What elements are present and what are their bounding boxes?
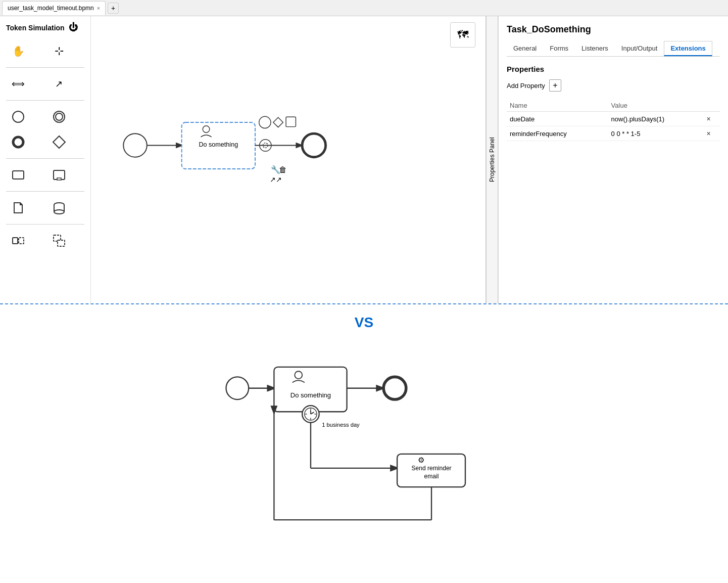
prop-name-1: reminderFrequency [507, 126, 608, 141]
ctx-circle[interactable] [259, 116, 271, 128]
canvas-area[interactable]: 🗺 Do something [91, 16, 486, 303]
svg-point-0 [13, 111, 24, 122]
ctx-square[interactable] [286, 117, 296, 126]
select-tool[interactable]: ⊹ [47, 40, 71, 62]
table-row: dueDate now().plusDays(1) × [507, 112, 720, 126]
doc-tool[interactable] [6, 197, 30, 219]
hand-tool[interactable]: ✋ [6, 40, 30, 62]
tab-listeners[interactable]: Listeners [575, 41, 615, 56]
tab-bar: user_task_model_timeout.bpmn × + [0, 0, 728, 16]
svg-marker-4 [53, 136, 65, 148]
tab-add-btn[interactable]: + [108, 3, 119, 14]
token-simulation-header: Token Simulation ⏻ [6, 22, 84, 33]
table-row: reminderFrequency 0 0 * * 1-5 × [507, 126, 720, 141]
circle-thick-tool[interactable] [6, 131, 30, 153]
toolbar: Token Simulation ⏻ ✋ ⊹ ⟺ ↗ [0, 16, 91, 303]
prop-delete-0[interactable]: × [707, 115, 711, 123]
bottom-start-event [226, 377, 249, 399]
tab-label: user_task_model_timeout.bpmn [8, 5, 94, 12]
tab-general[interactable]: General [507, 41, 543, 56]
bpmn-diagram-top: Do something 🔧 🗑 ↗↗ [96, 36, 414, 269]
tool-divider-3 [6, 158, 84, 159]
vs-label: VS [355, 315, 373, 331]
prop-value-0: now().plusDays(1) [608, 112, 704, 126]
props-tabs: General Forms Listeners Input/Output Ext… [507, 41, 720, 57]
rect-tool[interactable] [6, 164, 30, 186]
col-header-value: Value [608, 100, 704, 112]
cylinder-tool[interactable] [47, 197, 71, 219]
tab-forms[interactable]: Forms [543, 41, 575, 56]
svg-rect-7 [57, 178, 61, 180]
tool-grid: ✋ ⊹ ⟺ ↗ [6, 40, 84, 252]
prop-delete-1[interactable]: × [707, 129, 711, 138]
bpmn-bottom-container: Do something 1 business day [10, 346, 718, 548]
svg-rect-16 [58, 240, 65, 246]
properties-panel: Properties Panel Task_DoSomething Genera… [486, 16, 728, 303]
tab-inputoutput[interactable]: Input/Output [615, 41, 664, 56]
svg-point-12 [54, 210, 64, 214]
properties-panel-content: Task_DoSomething General Forms Listeners… [498, 16, 728, 303]
ctx-trash[interactable]: 🗑 [279, 165, 287, 174]
tool-divider-5 [6, 224, 84, 225]
reminder-task-icon: ⚙ [418, 456, 424, 464]
arrow-tool[interactable]: ↗ [47, 73, 71, 95]
bottom-end-event [383, 377, 406, 399]
start-event[interactable] [123, 133, 147, 157]
token-sim-label: Token Simulation [6, 24, 65, 32]
rect-sub-tool[interactable] [47, 164, 71, 186]
bottom-task-rect [274, 367, 347, 412]
add-property-label: Add Property [507, 82, 545, 89]
diamond-tool[interactable] [47, 131, 71, 153]
ctx-arrows[interactable]: ↗↗ [270, 176, 282, 184]
task-label: Do something [199, 141, 238, 148]
svg-rect-5 [13, 171, 24, 179]
tab-extensions[interactable]: Extensions [664, 41, 712, 56]
prop-name-0: dueDate [507, 112, 608, 126]
end-event[interactable] [302, 133, 326, 157]
bottom-section: VS Do somethi [0, 304, 728, 558]
col-header-name: Name [507, 100, 608, 112]
props-table: Name Value dueDate now().plusDays(1) × r… [507, 100, 720, 141]
add-property-btn[interactable]: + [549, 79, 561, 92]
token-sim-toggle[interactable]: ⏻ [69, 22, 78, 33]
bpmn-diagram-bottom: Do something 1 business day [187, 346, 541, 548]
circle-double-tool[interactable] [47, 106, 71, 128]
props-subtitle: Properties [507, 65, 720, 73]
map-button[interactable]: 🗺 [450, 22, 475, 48]
corner-tool[interactable] [47, 230, 71, 252]
svg-point-2 [56, 113, 63, 120]
svg-point-3 [13, 137, 23, 147]
top-section: Token Simulation ⏻ ✋ ⊹ ⟺ ↗ [0, 16, 728, 304]
ctx-diamond[interactable] [273, 117, 283, 127]
file-tab[interactable]: user_task_model_timeout.bpmn × [2, 1, 106, 15]
add-property-row: Add Property + [507, 79, 720, 92]
props-title: Task_DoSomething [507, 24, 720, 35]
timer-label: 1 business day [322, 422, 360, 428]
bottom-task-label: Do something [290, 391, 330, 399]
tool-divider-1 [6, 67, 84, 68]
circle-tool[interactable] [6, 106, 30, 128]
tool-divider-2 [6, 100, 84, 101]
svg-rect-13 [13, 238, 18, 244]
properties-panel-toggle[interactable]: Properties Panel [486, 16, 498, 303]
tool-divider-4 [6, 191, 84, 192]
reminder-task-label-1: Send reminder [411, 465, 451, 472]
svg-rect-14 [19, 238, 24, 244]
reminder-task-label-2: email [424, 473, 439, 480]
connect-tool[interactable]: ⟺ [6, 73, 30, 95]
tab-close-btn[interactable]: × [97, 5, 100, 11]
gap-tool[interactable] [6, 230, 30, 252]
prop-value-1: 0 0 * * 1-5 [608, 126, 704, 141]
